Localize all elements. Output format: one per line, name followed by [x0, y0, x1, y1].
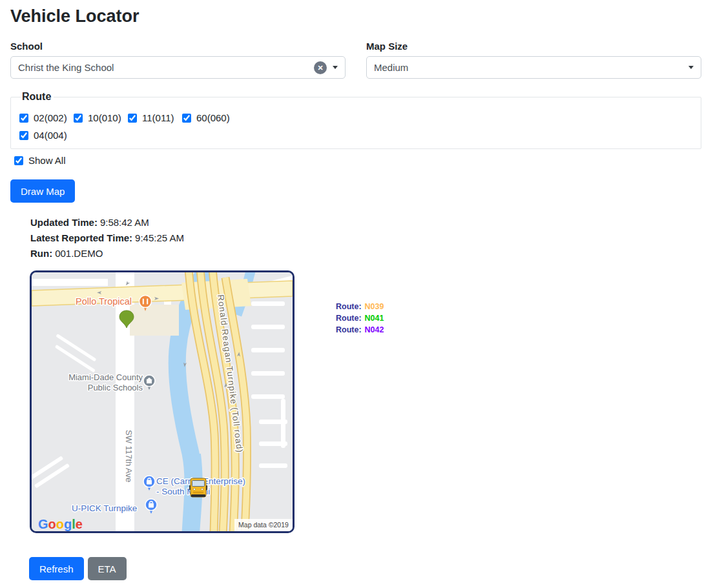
draw-map-button[interactable]: Draw Map	[10, 179, 75, 203]
reported-time-label: Latest Reported Time:	[30, 232, 132, 243]
legend-route-value: N039	[365, 302, 384, 311]
updated-time-value: 9:58:42 AM	[100, 217, 149, 228]
map-label-upick: U-PICK Turnpike	[72, 503, 137, 513]
map-label-pollo-tropical: Pollo Tropical	[76, 296, 132, 307]
map-container[interactable]: Pollo Tropical Miami-Dade County Public …	[30, 270, 294, 533]
route-option-label: 02(002)	[34, 112, 67, 123]
route-option-label: 11(011)	[142, 112, 174, 123]
legend-route-value: N042	[365, 325, 384, 334]
route-checkbox[interactable]	[128, 114, 137, 123]
route-option-02[interactable]: 02(002)	[19, 112, 74, 123]
eta-button[interactable]: ETA	[88, 557, 127, 580]
school-bus-icon[interactable]	[189, 478, 207, 497]
google-logo[interactable]: Google	[38, 517, 83, 531]
route-option-label: 10(010)	[88, 112, 121, 123]
route-legend-title: Route	[21, 91, 54, 103]
legend-route-value: N041	[365, 314, 384, 323]
chevron-down-icon	[688, 66, 694, 69]
route-checkbox[interactable]	[19, 114, 28, 123]
map-label-mdcps-line2: Public Schools	[88, 383, 143, 392]
run-line: Run:001.DEMO	[30, 246, 701, 261]
run-value: 001.DEMO	[55, 248, 103, 259]
route-checkbox[interactable]	[19, 131, 28, 140]
refresh-button[interactable]: Refresh	[29, 557, 84, 580]
map-label-mdcps-line1: Miami-Dade County	[68, 372, 143, 382]
legend-route-label: Route:	[336, 325, 362, 334]
route-checkbox-row-2: 04(004)	[19, 130, 693, 141]
route-option-11[interactable]: 11(011)	[128, 112, 182, 123]
route-checkbox[interactable]	[182, 114, 191, 123]
route-checkbox[interactable]	[74, 114, 83, 123]
reported-time-value: 9:45:25 AM	[135, 232, 184, 243]
school-label: School	[10, 41, 346, 52]
school-value: Christ the King School	[18, 62, 314, 73]
map-size-select[interactable]: Medium	[366, 56, 701, 79]
route-option-label: 60(060)	[196, 112, 230, 123]
legend-row: Route:N039	[336, 301, 384, 312]
route-color-legend: Route:N039 Route:N041 Route:N042	[336, 301, 384, 336]
legend-route-label: Route:	[336, 302, 362, 311]
show-all-toggle[interactable]: Show All	[14, 155, 701, 166]
status-block: Updated Time:9:58:42 AM Latest Reported …	[30, 215, 701, 261]
school-select[interactable]: Christ the King School ✕	[10, 56, 346, 79]
google-map[interactable]: Pollo Tropical Miami-Dade County Public …	[32, 272, 293, 531]
map-attribution: Map data ©2019	[238, 521, 289, 529]
reported-time-line: Latest Reported Time:9:45:25 AM	[30, 230, 701, 246]
route-option-60[interactable]: 60(060)	[182, 112, 236, 123]
updated-time-line: Updated Time:9:58:42 AM	[30, 215, 701, 230]
school-field: School Christ the King School ✕	[10, 41, 346, 79]
legend-route-label: Route:	[336, 314, 362, 323]
map-size-value: Medium	[374, 62, 408, 73]
legend-row: Route:N041	[336, 312, 384, 324]
route-option-label: 04(004)	[34, 130, 67, 141]
route-fieldset: Route 02(002) 10(010) 11(011) 60(060) 04…	[10, 91, 701, 149]
map-label-sw117: SW 117th Ave	[124, 430, 134, 482]
building-block	[130, 305, 179, 336]
route-option-04[interactable]: 04(004)	[19, 130, 74, 141]
show-all-checkbox[interactable]	[14, 156, 23, 165]
show-all-label: Show All	[28, 155, 66, 166]
page-title: Vehicle Locator	[10, 6, 701, 26]
updated-time-label: Updated Time:	[30, 217, 98, 228]
route-checkbox-row-1: 02(002) 10(010) 11(011) 60(060)	[19, 112, 693, 123]
selector-row: School Christ the King School ✕ Map Size…	[10, 41, 701, 79]
route-option-10[interactable]: 10(010)	[74, 112, 128, 123]
map-size-label: Map Size	[366, 41, 701, 52]
chevron-down-icon[interactable]	[333, 66, 338, 69]
clear-icon[interactable]: ✕	[314, 61, 327, 74]
map-size-field: Map Size Medium	[366, 41, 701, 79]
run-label: Run:	[30, 248, 52, 259]
legend-row: Route:N042	[336, 324, 384, 336]
